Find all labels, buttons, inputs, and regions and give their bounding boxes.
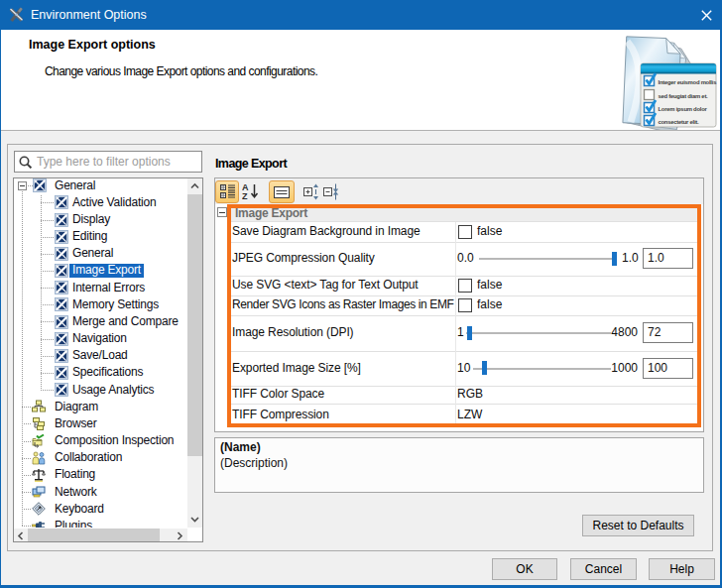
- svg-text:sed feugiat diam et.: sed feugiat diam et.: [659, 93, 709, 99]
- svg-text:consectetur elit.: consectetur elit.: [659, 119, 700, 125]
- svg-text:Lorem ipsum dolor: Lorem ipsum dolor: [659, 106, 708, 112]
- svg-text:Z: Z: [242, 191, 248, 200]
- svg-text:Integer euismod mollis: Integer euismod mollis: [659, 79, 718, 85]
